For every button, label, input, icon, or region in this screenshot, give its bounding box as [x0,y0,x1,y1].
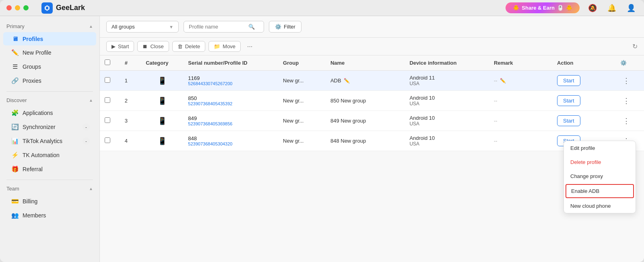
row-start-button[interactable]: Start [557,75,580,86]
row-checkbox-2[interactable] [105,117,110,123]
row-more-button[interactable]: ⋮ [620,116,632,126]
device-os: Android 10 [409,135,484,141]
sidebar-section-discover-header[interactable]: Discover ▲ [0,95,99,106]
sidebar-item-proxies[interactable]: 🔗 Proxies [3,74,96,88]
row-more-button[interactable]: ⋮ [620,136,632,146]
row-more: ⋮ [615,111,644,131]
close-icon: ⏹ [142,43,148,49]
group-select-dropdown[interactable]: All groups ▼ [106,21,179,33]
remark-cell: -- [494,98,547,104]
device-category-icon: 📱 [146,76,178,85]
synchronizer-icon: 🔄 [11,123,19,131]
name-edit-cell: 849 New group [330,118,400,124]
row-more-button[interactable]: ⋮ [620,96,632,106]
row-checkbox-0[interactable] [105,77,110,83]
table-settings-icon[interactable]: ⚙️ [620,60,627,66]
row-action: Start [552,91,615,111]
row-remark: -- [489,131,552,151]
sidebar-section-team-label: Team [6,186,19,192]
sidebar-item-billing[interactable]: 💳 Billing [3,194,96,208]
remark-cell: -- [494,138,547,144]
maximize-window-button[interactable] [23,5,29,10]
titlebar-right: 🐥 Share & Earn 🖱️ 🐥 🔕 🔔 👤 [506,2,638,14]
edit-name-icon[interactable]: ✏️ [344,78,350,84]
table-row: 2 📱 850 523907368405435392 New gr... 850… [100,91,644,111]
tk-automation-icon: ⚡ [11,151,19,159]
row-category: 📱 [141,111,183,131]
bell-icon-button[interactable]: 🔔 [605,2,618,14]
sidebar-item-profiles[interactable]: 🖥 Profiles [3,32,96,45]
sidebar-item-new-profile[interactable]: ✏️ New Profile [3,46,96,59]
more-actions-button[interactable]: ··· [244,41,256,52]
sidebar-item-referral[interactable]: 🎁 Referral [3,162,96,176]
close-window-button[interactable] [6,5,12,10]
row-checkbox-3[interactable] [105,137,110,143]
sidebar-item-tk-automation[interactable]: ⚡ TK Automation [3,148,96,162]
sidebar-item-synchronizer[interactable]: 🔄 Synchronizer - [3,120,96,134]
tiktok-analytics-icon: 📊 [11,137,19,145]
sidebar-section-primary-header[interactable]: Primary ▲ [0,21,99,32]
serial-number: 1169 [188,75,273,81]
row-more-button[interactable]: ⋮ [620,76,632,86]
logo-icon [41,2,53,14]
profiles-table: # Category Serial number/Profile ID Grou… [100,55,644,151]
sidebar-item-applications[interactable]: 🧩 Applications [3,106,96,120]
sidebar-section-primary: Primary ▲ 🖥 Profiles ✏️ New Profile ☰ Gr… [0,19,99,90]
sidebar-item-members[interactable]: 👥 Members [3,209,96,222]
row-num: 2 [120,91,141,111]
row-start-button[interactable]: Start [557,115,580,126]
table-row: 4 📱 848 523907368405304320 New gr... 848… [100,131,644,151]
row-checkbox-1[interactable] [105,97,110,103]
row-action: Start [552,71,615,91]
row-serial: 1169 526844330745267200 [183,71,278,91]
traffic-lights [6,5,29,10]
serial-id: 523907368405369856 [188,121,273,126]
referral-icon: 🎁 [11,166,19,173]
sidebar-item-tiktok-analytics[interactable]: 📊 TikTok Analytics - [3,134,96,148]
name-edit-cell: 848 New group [330,138,400,144]
sidebar-item-applications-label: Applications [23,110,53,116]
remark-cell: -- ✏️ [494,78,547,84]
analytics-badge: - [83,137,90,145]
row-start-button[interactable]: Start [557,135,580,146]
col-header-settings: ⚙️ [615,55,644,71]
move-button[interactable]: 📁 Move [208,41,241,52]
col-header-num: # [120,55,141,71]
start-button[interactable]: ▶ Start [106,41,134,52]
delete-button[interactable]: 🗑 Delete [172,41,206,52]
filter-button[interactable]: ⚙️ Filter [269,21,301,33]
sidebar-item-profiles-label: Profiles [23,36,43,42]
row-num: 4 [120,131,141,151]
close-button[interactable]: ⏹ Close [137,41,169,52]
device-category-icon: 📱 [146,96,178,105]
device-country: USA [409,141,484,147]
row-action: Start [552,111,615,131]
row-category: 📱 [141,131,183,151]
row-serial: 850 523907368405435392 [183,91,278,111]
search-icon: 🔍 [248,24,255,30]
table-row: 1 📱 1169 526844330745267200 New gr... AD… [100,71,644,91]
app-logo: GeeLark [41,2,85,14]
profile-name: 849 New group [330,118,366,124]
select-all-checkbox[interactable] [105,59,110,65]
remark-value: -- [494,78,497,84]
table-row: 3 📱 849 523907368405369856 New gr... 849… [100,111,644,131]
row-remark: -- ✏️ [489,71,552,91]
remark-value: -- [494,118,497,124]
profile-name: 850 New group [330,98,366,104]
edit-remark-icon[interactable]: ✏️ [500,78,506,84]
minimize-window-button[interactable] [15,5,20,10]
refresh-button[interactable]: ↻ [632,43,638,50]
sidebar-item-groups-label: Groups [23,63,41,70]
search-input[interactable] [189,24,245,30]
notification-icon-button[interactable]: 🔕 [586,2,599,14]
col-header-action: Action [552,55,615,71]
sidebar-item-groups[interactable]: ☰ Groups [3,60,96,74]
row-start-button[interactable]: Start [557,95,580,106]
row-group: New gr... [278,91,326,111]
sidebar-section-team-header[interactable]: Team ▲ [0,183,99,194]
row-serial: 849 523907368405369856 [183,111,278,131]
row-name: 850 New group [326,91,405,111]
share-earn-button[interactable]: 🐥 Share & Earn 🖱️ 🐥 [506,2,580,13]
user-icon-button[interactable]: 👤 [625,2,638,14]
